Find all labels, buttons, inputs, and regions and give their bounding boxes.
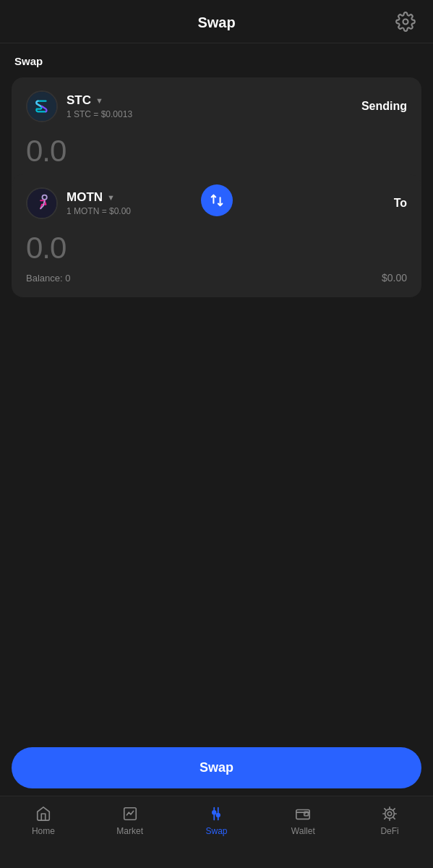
svg-line-19 <box>393 809 395 810</box>
svg-point-12 <box>385 809 395 819</box>
receiving-token-name: MOTN <box>67 190 103 205</box>
nav-item-defi[interactable]: DeFi <box>346 805 433 836</box>
motn-logo <box>26 187 58 219</box>
receiving-label: To <box>394 197 407 210</box>
sending-label: Sending <box>361 100 407 113</box>
sending-token-rate: 1 STC = $0.0013 <box>67 109 132 119</box>
svg-line-18 <box>393 817 395 819</box>
receiving-token-dropdown-icon: ▼ <box>107 193 115 202</box>
page-title: Swap <box>197 14 235 31</box>
defi-icon <box>381 805 398 822</box>
settings-button[interactable] <box>395 12 416 32</box>
nav-item-wallet[interactable]: Wallet <box>260 805 346 836</box>
nav-label-home: Home <box>32 826 55 836</box>
svg-line-20 <box>385 817 386 819</box>
nav-item-swap[interactable]: Swap <box>173 805 260 836</box>
svg-point-11 <box>387 812 392 816</box>
receiving-footer: Balance: 0 $0.00 <box>26 271 407 284</box>
receiving-balance-label: Balance: 0 <box>26 273 70 284</box>
nav-item-home[interactable]: Home <box>0 805 87 836</box>
svg-point-8 <box>217 814 220 817</box>
sending-token-name: STC <box>67 93 91 108</box>
stc-logo <box>26 90 58 122</box>
swap-action-button[interactable]: Swap <box>12 747 421 788</box>
sending-token-info: STC ▼ 1 STC = $0.0013 <box>67 93 132 119</box>
svg-rect-10 <box>304 812 309 816</box>
sending-token-left: STC ▼ 1 STC = $0.0013 <box>26 90 132 122</box>
receiving-balance-row: Balance: 0 <box>26 271 70 284</box>
section-label: Swap <box>0 55 433 67</box>
svg-point-2 <box>27 189 56 218</box>
swap-direction-button[interactable] <box>201 184 233 216</box>
nav-label-wallet: Wallet <box>291 826 315 836</box>
receiving-usd-value: $0.00 <box>382 272 407 284</box>
nav-label-swap: Swap <box>205 826 227 836</box>
svg-point-0 <box>403 19 408 24</box>
wallet-icon <box>294 805 312 822</box>
nav-item-market[interactable]: Market <box>87 805 173 836</box>
header: Swap <box>0 0 433 43</box>
sending-token-name-row[interactable]: STC ▼ <box>67 93 132 108</box>
receiving-amount[interactable]: 0.0 <box>26 231 407 265</box>
swap-container: STC ▼ 1 STC = $0.0013 Sending 0.0 Balanc… <box>0 77 433 297</box>
nav-label-defi: DeFi <box>380 826 398 836</box>
receiving-token-rate: 1 MOTN = $0.00 <box>67 206 131 216</box>
sending-amount[interactable]: 0.0 <box>26 134 407 169</box>
receiving-token-left: MOTN ▼ 1 MOTN = $0.00 <box>26 187 131 219</box>
receiving-token-name-row[interactable]: MOTN ▼ <box>67 190 131 205</box>
nav-label-market: Market <box>116 826 143 836</box>
receiving-token-info: MOTN ▼ 1 MOTN = $0.00 <box>67 190 131 216</box>
home-icon <box>35 805 52 822</box>
swap-nav-icon <box>207 805 225 822</box>
header-divider <box>0 43 433 43</box>
market-icon <box>121 805 139 822</box>
sending-card-header: STC ▼ 1 STC = $0.0013 Sending <box>26 90 407 122</box>
bottom-nav: Home Market Swap <box>0 796 433 868</box>
svg-line-17 <box>385 809 386 810</box>
sending-token-dropdown-icon: ▼ <box>95 96 103 105</box>
svg-point-7 <box>213 811 216 814</box>
